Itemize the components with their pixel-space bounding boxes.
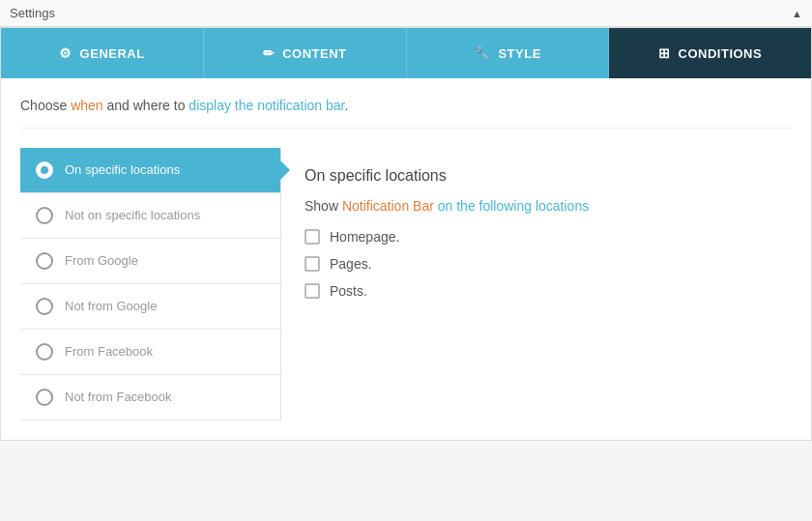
tab-general[interactable]: ⚙ GENERAL: [1, 28, 204, 78]
gear-icon: ⚙: [59, 45, 72, 61]
checkbox-list: Homepage. Pages. Posts.: [304, 229, 768, 299]
condition-from-google-label: From Google: [65, 253, 138, 270]
description-text: Choose when and where to display the not…: [20, 98, 792, 129]
plus-icon: ⊞: [658, 45, 671, 61]
settings-bar: Settings ▲: [0, 0, 812, 27]
condition-not-specific-label: Not on specific locations: [65, 208, 200, 224]
conditions-content: On specific locations Show Notification …: [281, 148, 792, 420]
widget-panel: ⚙ GENERAL ✏ CONTENT 🔧 STYLE ⊞ CONDITIONS…: [0, 27, 812, 441]
show-text: Show Notification Bar on the following l…: [304, 198, 768, 214]
tab-conditions[interactable]: ⊞ CONDITIONS: [609, 28, 811, 78]
tab-conditions-label: CONDITIONS: [679, 46, 763, 61]
condition-not-specific[interactable]: Not on specific locations: [20, 193, 280, 239]
desc-when: when: [71, 98, 102, 113]
checkbox-pages[interactable]: Pages.: [304, 256, 768, 272]
radio-from-google: [36, 252, 53, 270]
checkbox-posts-label: Posts.: [330, 283, 367, 299]
condition-not-from-google-label: Not from Google: [65, 299, 157, 315]
checkbox-pages-box[interactable]: [304, 256, 320, 272]
radio-not-from-facebook: [36, 389, 53, 406]
pencil-icon: ✏: [263, 45, 276, 61]
condition-from-facebook[interactable]: From Facebook: [20, 330, 280, 375]
tab-general-label: GENERAL: [80, 46, 145, 61]
desc-display: display the notification bar: [188, 98, 344, 113]
radio-not-from-google: [36, 298, 53, 315]
show-suffix: on the following locations: [434, 198, 589, 214]
checkbox-homepage-box[interactable]: [304, 229, 320, 245]
condition-not-from-google[interactable]: Not from Google: [20, 284, 280, 330]
panel-body: Choose when and where to display the not…: [1, 78, 811, 440]
condition-on-specific[interactable]: On specific locations: [20, 148, 280, 193]
settings-title: Settings: [10, 6, 55, 20]
conditions-layout: On specific locations Not on specific lo…: [20, 148, 792, 420]
conditions-sidebar: On specific locations Not on specific lo…: [20, 148, 281, 420]
desc-before: Choose: [20, 98, 71, 113]
collapse-arrow[interactable]: ▲: [792, 8, 802, 19]
checkbox-homepage[interactable]: Homepage.: [304, 229, 768, 245]
tab-content[interactable]: ✏ CONTENT: [204, 28, 407, 78]
conditions-content-title: On specific locations: [304, 167, 768, 185]
checkbox-posts[interactable]: Posts.: [304, 283, 768, 299]
checkbox-homepage-label: Homepage.: [330, 229, 399, 245]
tab-style[interactable]: 🔧 STYLE: [407, 28, 610, 78]
tab-content-label: CONTENT: [282, 46, 346, 61]
condition-not-from-facebook-label: Not from Facebook: [65, 390, 172, 406]
condition-from-google[interactable]: From Google: [20, 239, 280, 284]
condition-not-from-facebook[interactable]: Not from Facebook: [20, 375, 280, 420]
radio-from-facebook: [36, 343, 53, 361]
radio-not-specific: [36, 207, 53, 224]
condition-on-specific-label: On specific locations: [65, 162, 180, 179]
checkbox-posts-box[interactable]: [304, 283, 320, 299]
tab-bar: ⚙ GENERAL ✏ CONTENT 🔧 STYLE ⊞ CONDITIONS: [1, 28, 811, 78]
condition-from-facebook-label: From Facebook: [65, 344, 153, 361]
tab-style-label: STYLE: [498, 46, 540, 61]
wrench-icon: 🔧: [474, 45, 491, 61]
show-highlight: Notification Bar: [342, 198, 434, 214]
show-prefix: Show: [304, 198, 342, 214]
desc-after: .: [344, 98, 348, 113]
radio-on-specific: [36, 161, 53, 179]
desc-middle: and where to: [103, 98, 189, 113]
checkbox-pages-label: Pages.: [330, 256, 372, 272]
